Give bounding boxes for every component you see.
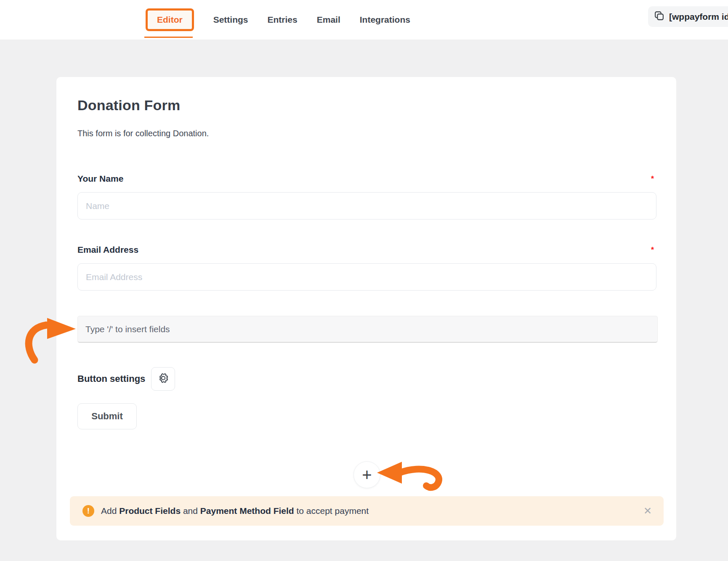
tab-bar: Editor Settings Entries Email Integratio… [146,0,410,40]
form-description: This form is for collecting Donation. [77,129,656,138]
payment-warning-text: Add Product Fields and Payment Method Fi… [101,506,369,516]
submit-button[interactable]: Submit [77,403,137,429]
copy-icon [654,11,664,23]
field-group-name: Your Name * [77,174,656,220]
button-settings-label: Button settings [77,373,145,384]
add-field-row: + [77,461,656,488]
plus-icon: + [362,466,372,483]
gear-icon [158,373,169,385]
form-editor-card: Donation Form This form is for collectin… [56,77,676,540]
required-asterisk: * [651,246,654,254]
button-settings-row: Button settings [77,367,656,391]
add-field-button[interactable]: + [353,461,380,488]
tab-entries[interactable]: Entries [268,15,298,25]
tab-integrations[interactable]: Integrations [360,15,410,25]
close-icon[interactable]: ✕ [643,506,652,516]
payment-warning-banner: ! Add Product Fields and Payment Method … [70,496,664,526]
copy-shortcode-button[interactable]: [wppayform id= [648,6,728,27]
insert-fields-hint: Type '/' to insert fields [85,324,170,334]
tab-email[interactable]: Email [317,15,340,25]
warning-icon: ! [82,505,94,517]
tab-editor-highlight: Editor [146,8,194,31]
active-tab-underline [144,37,193,38]
email-input[interactable] [77,263,656,291]
shortcode-label: [wppayform id= [669,12,728,22]
form-title: Donation Form [77,97,656,114]
insert-fields-editor[interactable]: Type '/' to insert fields [77,316,658,343]
tab-editor[interactable]: Editor [157,15,183,25]
email-field-label: Email Address [77,245,138,255]
name-field-label: Your Name [77,174,123,184]
tab-settings[interactable]: Settings [213,15,248,25]
required-asterisk: * [651,175,654,183]
field-group-email: Email Address * [77,245,656,291]
button-settings-gear-button[interactable] [151,367,175,391]
top-navigation-bar: Editor Settings Entries Email Integratio… [0,0,728,40]
name-input[interactable] [77,192,656,220]
